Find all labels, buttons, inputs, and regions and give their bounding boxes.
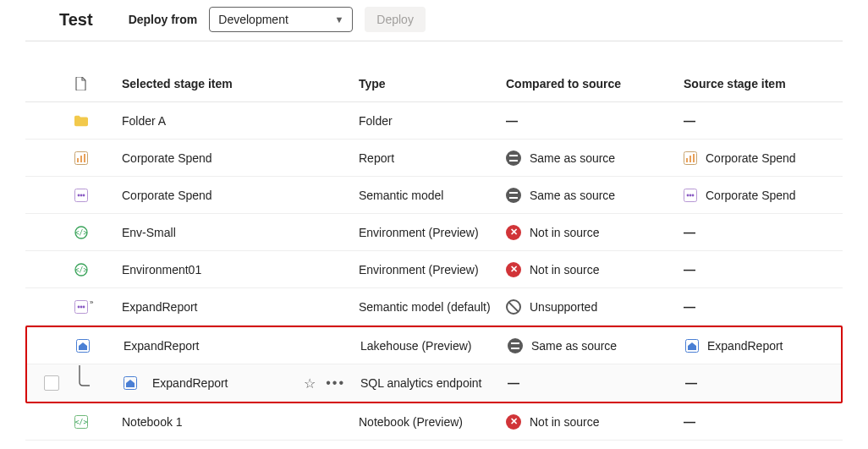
row-checkbox[interactable]	[44, 375, 59, 391]
environment-icon: </>	[74, 263, 88, 277]
table-row[interactable]: » ExpandReport Semantic model (default) …	[25, 288, 843, 326]
column-header-row: Selected stage item Type Compared to sou…	[25, 65, 843, 102]
svg-point-10	[80, 194, 83, 196]
report-icon	[74, 151, 88, 165]
status-same-icon	[508, 338, 523, 353]
semantic-model-icon	[74, 189, 88, 202]
chevron-down-icon: ▼	[334, 14, 343, 25]
item-name: Notebook 1	[122, 415, 183, 429]
item-type: Lakehouse (Preview)	[360, 339, 508, 353]
item-name: ExpandReport	[152, 376, 228, 390]
stage-title: Test	[59, 10, 93, 30]
svg-point-22	[80, 305, 83, 308]
svg-point-23	[83, 305, 85, 308]
table-row[interactable]: Corporate Spend Semantic model Same as s…	[25, 177, 843, 214]
favorite-icon[interactable]: ☆	[304, 375, 316, 392]
svg-rect-6	[689, 156, 691, 162]
compare-text: Not in source	[530, 415, 599, 429]
notebook-icon: </>	[74, 415, 88, 429]
item-name: Env-Small	[122, 226, 176, 239]
source-dash: —	[684, 263, 696, 277]
deploy-from-dropdown[interactable]: Development ▼	[209, 7, 353, 32]
item-type: Environment (Preview)	[359, 226, 506, 239]
status-same-icon	[506, 151, 521, 166]
item-type: Environment (Preview)	[359, 263, 506, 277]
column-header-type[interactable]: Type	[359, 77, 506, 90]
svg-rect-1	[77, 158, 79, 162]
item-name: Environment01	[122, 263, 201, 277]
svg-point-13	[687, 194, 689, 196]
lakehouse-icon	[685, 339, 699, 353]
item-type: Semantic model	[359, 189, 506, 202]
source-name: ExpandReport	[707, 339, 783, 353]
table-row[interactable]: </> Environment01 Environment (Preview) …	[25, 251, 843, 288]
compare-dash: —	[506, 114, 519, 128]
sql-endpoint-icon	[124, 376, 137, 390]
item-name: Corporate Spend	[122, 151, 212, 165]
status-error-icon: ✕	[506, 225, 521, 240]
source-name: Corporate Spend	[706, 189, 796, 202]
item-name: ExpandReport	[124, 339, 200, 353]
highlighted-rows: ExpandReport Lakehouse (Preview) Same as…	[25, 326, 843, 403]
source-dash: —	[684, 415, 696, 429]
compare-text: Unsupported	[530, 300, 597, 314]
compare-text: Same as source	[531, 339, 617, 353]
svg-point-11	[83, 194, 85, 196]
compare-text: Not in source	[530, 226, 599, 239]
table-row-nested[interactable]: ExpandReport ☆ ••• SQL analytics endpoin…	[27, 364, 841, 402]
status-unsupported-icon	[506, 299, 521, 315]
stage-header: Test Deploy from Development ▼ Deploy	[25, 0, 843, 41]
svg-point-15	[692, 194, 695, 196]
item-type: Report	[359, 151, 506, 165]
page-icon	[74, 77, 88, 90]
deploy-button[interactable]: Deploy	[365, 7, 426, 32]
item-type: Notebook (Preview)	[359, 415, 506, 429]
svg-point-21	[78, 305, 80, 308]
source-dash: —	[684, 300, 696, 314]
status-same-icon	[506, 188, 521, 203]
deploy-from-label: Deploy from	[129, 13, 198, 26]
svg-text:</>: </>	[75, 266, 88, 274]
table-row[interactable]: Folder A Folder — —	[25, 102, 843, 140]
source-dash: —	[684, 114, 696, 128]
semantic-model-icon	[74, 300, 88, 314]
item-type: Folder	[359, 114, 506, 128]
svg-rect-3	[84, 154, 85, 162]
tree-connector-icon	[76, 375, 98, 391]
svg-rect-5	[686, 158, 688, 162]
items-table: Selected stage item Type Compared to sou…	[25, 65, 843, 441]
svg-text:</>: </>	[75, 229, 88, 237]
lakehouse-icon	[76, 339, 90, 353]
svg-text:</>: </>	[75, 419, 88, 426]
status-error-icon: ✕	[506, 262, 521, 277]
compare-text: Same as source	[530, 151, 615, 165]
compare-text: Same as source	[530, 189, 615, 202]
source-dash: —	[685, 376, 698, 390]
deploy-from-value: Development	[218, 13, 288, 26]
environment-icon: </>	[74, 226, 88, 239]
column-header-compare[interactable]: Compared to source	[506, 77, 684, 90]
svg-point-9	[78, 194, 80, 196]
table-row[interactable]: Corporate Spend Report Same as source Co…	[25, 140, 843, 177]
shortcut-badge-icon: »	[90, 298, 93, 306]
column-header-name[interactable]: Selected stage item	[122, 77, 359, 90]
column-header-source[interactable]: Source stage item	[684, 77, 853, 90]
deployment-stage-view: Test Deploy from Development ▼ Deploy Se…	[0, 0, 868, 449]
item-name: ExpandReport	[122, 300, 198, 314]
table-row[interactable]: ExpandReport Lakehouse (Preview) Same as…	[27, 327, 841, 364]
table-row[interactable]: </> Env-Small Environment (Preview) ✕ No…	[25, 214, 843, 251]
svg-point-14	[689, 194, 692, 196]
item-name: Folder A	[122, 114, 166, 128]
source-name: Corporate Spend	[706, 151, 796, 165]
folder-icon	[74, 114, 88, 128]
status-error-icon: ✕	[506, 414, 521, 430]
report-icon	[684, 151, 697, 165]
svg-rect-7	[693, 154, 695, 162]
more-options-icon[interactable]: •••	[326, 375, 345, 391]
svg-rect-2	[80, 156, 82, 162]
semantic-model-icon	[684, 189, 697, 202]
table-row[interactable]: </> Notebook 1 Notebook (Preview) ✕ Not …	[25, 403, 843, 441]
compare-dash: —	[508, 376, 520, 390]
item-type: Semantic model (default)	[359, 300, 506, 314]
column-header-icon	[74, 77, 122, 90]
